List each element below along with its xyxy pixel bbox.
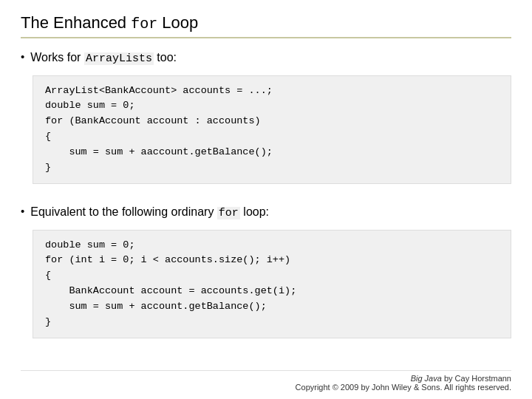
footer-book-suffix: by Cay Horstmann [442,374,511,383]
page-title: The Enhanced for Loop [21,13,511,33]
bullet-item-1: • Works for ArrayLists too: [21,49,511,68]
bullet-section-1: • Works for ArrayLists too: ArrayList<Ba… [21,49,511,194]
title-suffix: Loop [157,13,198,32]
bullet1-suffix: too: [154,51,177,64]
bullet1-prefix: Works for [30,51,84,64]
code-block-1: ArrayList<BankAccount> accounts = ...; d… [33,75,511,185]
bullet-dot-2: • [21,203,24,220]
code-block-2: double sum = 0; for (int i = 0; i < acco… [33,230,511,339]
bullet-text-2: Equivalent to the following ordinary for… [30,203,269,222]
page-container: The Enhanced for Loop • Works for ArrayL… [0,0,532,399]
footer-copyright: Copyright © 2009 by John Wiley & Sons. A… [296,383,511,392]
bullet-text-1: Works for ArrayLists too: [30,49,177,68]
title-code: for [131,16,157,33]
title-prefix: The Enhanced [21,13,131,32]
bullet2-suffix: loop: [240,205,269,218]
bullet-dot-1: • [21,49,24,66]
footer-book-title: Big Java [411,374,442,383]
bullet2-code: for [217,207,240,219]
title-section: The Enhanced for Loop [21,13,511,38]
bullet1-code: ArrayLists [84,52,154,65]
bullet2-prefix: Equivalent to the following ordinary [30,205,217,218]
footer: Big Java by Cay Horstmann Copyright © 20… [21,370,511,392]
bullet-item-2: • Equivalent to the following ordinary f… [21,203,511,222]
bullet-section-2: • Equivalent to the following ordinary f… [21,203,511,349]
